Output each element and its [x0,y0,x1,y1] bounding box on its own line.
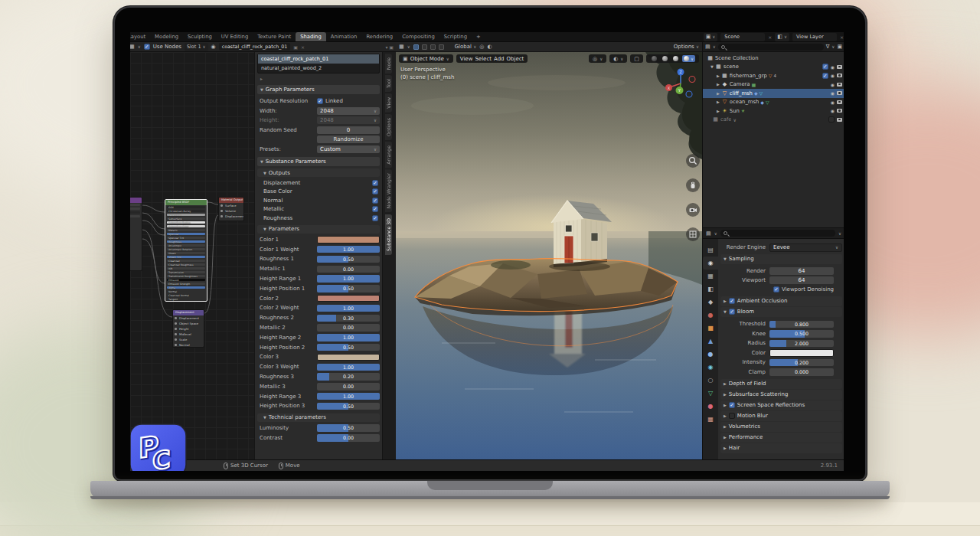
node-input-row[interactable]: Tangent [165,297,207,301]
parameter-slider[interactable]: 1.00 [317,305,380,312]
sidebar-tab[interactable]: Options [385,114,392,140]
parameter-slider[interactable]: 1.00 [317,393,380,400]
viewlayer-browse-icon[interactable]: ◧∨ [775,33,789,41]
linked-checkbox[interactable] [317,98,323,104]
select-circle-mode-icon[interactable] [422,44,427,50]
properties-tab[interactable]: ◧ [703,283,718,296]
workspace-tab[interactable]: Rendering [361,32,397,41]
slot-selector[interactable]: Slot 1∨ [185,43,208,51]
selectable-checkbox[interactable] [822,73,828,79]
parameters-subheader[interactable]: ▼ Parameters [257,225,380,234]
outliner-row[interactable]: ▶ ▽ cliff_msh ◆ ▽ ◉ [703,89,844,98]
sampling-section-header[interactable]: ▼ Sampling [720,254,842,264]
color-swatch[interactable] [317,354,380,361]
scene-selector[interactable]: Scene [720,33,765,41]
editor-type-icon[interactable]: ▦ [130,44,135,50]
scene-unlink-icon[interactable]: × [768,34,772,40]
visibility-eye-icon[interactable]: ◉ [831,73,835,78]
properties-search-input[interactable] [720,230,835,237]
substance-parameters-header[interactable]: ▼ Substance Parameters [257,157,380,166]
presets-dropdown[interactable]: Custom∨ [317,145,380,153]
viewport-menu-item[interactable]: Select [475,56,492,62]
render-visibility-icon[interactable] [837,65,842,69]
workspace-tab[interactable]: Texture Paint [253,32,296,41]
snap-icon[interactable]: ◎ [479,44,484,50]
node-canvas[interactable]: Principled BSDF GGX Christensen-Burley [130,52,254,459]
parameter-slider[interactable]: 0.50 [317,285,380,293]
parameter-slider[interactable]: 0.50 [317,424,380,432]
render-visibility-icon[interactable] [837,118,842,122]
sidebar-tab[interactable]: Substance 3D [385,214,392,255]
node-socket-row[interactable]: Object Space [173,321,204,326]
section-header[interactable]: ▶ Performance [720,433,842,443]
rendered-shading-icon[interactable]: ∨ [682,55,695,62]
node-socket-row[interactable]: Displacement [173,315,204,321]
properties-tab[interactable]: ◉ [703,257,718,270]
properties-tab[interactable]: ▦ [703,270,718,283]
technical-parameters-subheader[interactable]: ▼ Technical parameters [257,413,380,422]
chevron-down-icon[interactable]: ∨ [838,231,841,236]
parameter-slider[interactable]: 0.00 [317,266,380,273]
properties-tab[interactable]: ● [703,400,718,413]
bloom-checkbox[interactable] [729,309,735,315]
node-socket-row[interactable]: Surface [219,203,243,208]
node-socket-row[interactable]: Midlevel [173,332,204,337]
parameter-slider[interactable]: 0.200 [769,359,834,367]
node-socket-row[interactable]: Displacement [219,214,243,219]
node-socket-row[interactable]: Height [173,326,204,332]
graph-parameters-header[interactable]: ▼ Graph Parameters [257,85,380,94]
expand-icon[interactable]: ▶ [717,109,720,113]
expand-icon[interactable]: ▶ [717,74,720,78]
parameter-slider[interactable]: 0.30 [317,315,380,322]
parameter-slider[interactable]: 0.500 [769,330,834,338]
outliner-row[interactable]: ▼ ▦ scene ◉ [703,63,844,72]
section-checkbox[interactable] [729,413,735,419]
width-dropdown[interactable]: 2048∨ [317,107,380,115]
outliner-row[interactable]: ▶ ☀ Sun ☀ ◉ [703,106,844,116]
displacement-node[interactable]: Displacement Displacement [172,309,204,348]
outliner-search-input[interactable] [718,44,824,51]
seed-field[interactable]: 0 [317,126,380,134]
color-swatch[interactable] [317,295,380,302]
selectable-checkbox[interactable] [822,64,828,70]
material-output-node[interactable]: Material Output Surface [218,197,244,221]
denoising-checkbox[interactable] [773,286,779,293]
camera-view-icon[interactable] [686,203,700,217]
select-paint-mode-icon[interactable] [439,44,444,50]
output-checkbox[interactable] [372,198,378,204]
workspace-tab[interactable]: Compositing [397,32,439,41]
parameter-slider[interactable]: 0.000 [769,368,834,376]
properties-tab[interactable]: ● [703,309,718,322]
render-visibility-icon[interactable] [837,83,842,87]
viewlayer-unlink-icon[interactable]: × [840,34,844,40]
viewport-menu-item[interactable]: Object [507,56,524,62]
wireframe-shading-icon[interactable] [650,55,658,62]
workspace-tab[interactable]: Layout [130,32,150,41]
sidebar-tab[interactable]: Node Wrangler [385,169,392,212]
render-visibility-icon[interactable] [837,109,842,113]
section-header[interactable]: ▶ Hair [720,443,842,453]
properties-tab[interactable]: ▽ [703,387,718,400]
material-preview-icon[interactable] [671,55,680,62]
transform-orientation[interactable]: Global ∨ [455,44,477,50]
color-swatch[interactable] [317,236,380,243]
material-browse-icon[interactable]: ◉ [211,44,216,50]
material-name-field[interactable]: coastal_cliff_rock_patch_01 [219,43,291,51]
material-list-item[interactable]: coastal_cliff_rock_patch_01 [258,54,379,64]
properties-tab[interactable]: ○ [703,374,718,387]
parameter-slider[interactable]: 2.000 [769,340,834,348]
section-header[interactable]: ▶ Screen Space Reflections [720,400,842,410]
parameter-slider[interactable]: 0.00 [317,434,380,442]
outliner-row[interactable]: ▶ ▽ ocean_msh ◆ ▽ ◉ [703,98,844,107]
visibility-eye-icon[interactable]: ◉ [831,108,835,113]
solid-shading-icon[interactable] [661,55,669,62]
visibility-eye-icon[interactable]: ◉ [831,100,835,105]
parameter-slider[interactable]: 0.00 [317,324,380,332]
section-header[interactable]: ▶ Subsurface Scattering [720,390,842,400]
navigation-gizmo[interactable]: Z X Y [664,67,697,100]
expand-icon[interactable]: ▶ [717,100,720,104]
node-socket-row[interactable]: Volume [219,208,243,214]
properties-display-icon[interactable]: ▤ [706,230,711,237]
pin-icon[interactable]: ▾ ▣ [385,44,394,50]
outputs-subheader[interactable]: ▼ Outputs [257,168,380,177]
